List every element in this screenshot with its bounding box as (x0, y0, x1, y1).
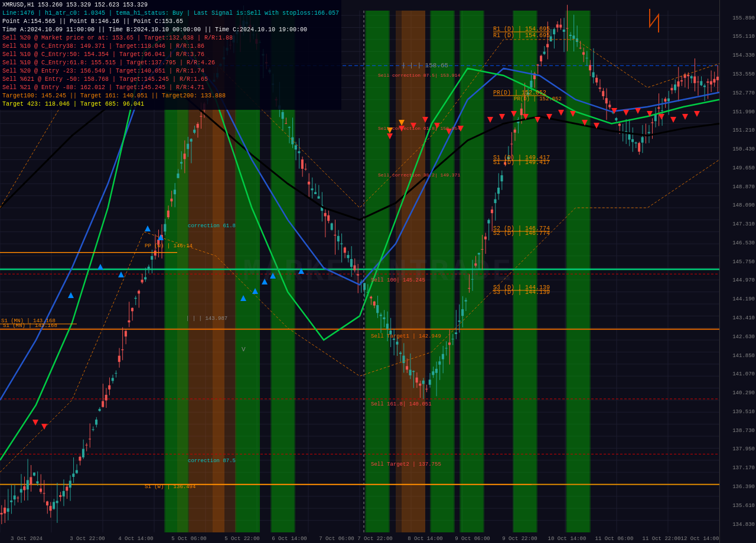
price-label: 140.290 (732, 390, 755, 396)
chart-annotation-label: correction 61.8 (188, 223, 236, 229)
price-label: 151.990 (732, 109, 755, 115)
time-label: 8 Oct 14:00 (408, 536, 442, 542)
price-label: 141.850 (732, 353, 755, 359)
chart-annotation-label: | | | 158.65 (402, 62, 448, 69)
time-label: 11 Oct 22:00 (643, 536, 681, 542)
chart-annotation-label: PR(D) | 152.052 (514, 96, 562, 102)
price-label: 135.610 (732, 503, 755, 509)
price-label: 144.190 (732, 296, 755, 302)
chart-annotation-label: | | | 143.987 (186, 316, 227, 322)
chart-annotation-label: S1 (MN) | 143.168 (3, 323, 57, 329)
price-label: 145.750 (732, 259, 755, 265)
time-label: 5 Oct 06:00 (171, 536, 206, 542)
time-label: 3 Oct 22:00 (70, 536, 105, 542)
chart-annotation-label: R1 (D) | 154.695 (493, 32, 550, 39)
chart-annotation-label: Sell Target1 | 142.949 (371, 333, 441, 339)
time-label: 4 Oct 14:00 (118, 536, 153, 542)
chart-annotation-label: V (242, 346, 246, 353)
price-label: 148.870 (732, 184, 755, 190)
chart-annotation-label: Sell 100| 145.245 (371, 277, 425, 283)
price-label: 141.070 (732, 371, 755, 377)
chart-annotation-label: S2 (D) | 146.774 (493, 230, 550, 237)
chart-annotation-label: S1 (w) | 136.494 (145, 484, 195, 490)
chart-annotation-label: PP (w) | 146.14 (145, 243, 193, 249)
price-label: 138.730 (732, 428, 755, 434)
price-label: 148.090 (732, 202, 755, 208)
info-panel: XMRUSD,H1 153.260 153.329 152.623 153.32… (0, 0, 341, 110)
price-label: 137.950 (732, 446, 755, 452)
time-axis: 3 Oct 20243 Oct 22:004 Oct 14:005 Oct 06… (0, 532, 719, 543)
price-label: 144.970 (732, 277, 755, 283)
time-label: 12 Oct 14:00 (681, 536, 719, 542)
price-label: 142.630 (732, 334, 755, 340)
price-label: 152.770 (732, 90, 755, 96)
time-label: 9 Oct 06:00 (455, 536, 490, 542)
chart-annotation-label: Sell correction 38.2| 149.371 (378, 172, 460, 178)
price-label: 134.830 (732, 522, 755, 528)
time-label: 11 Oct 06:00 (595, 536, 634, 542)
price-label: 149.650 (732, 165, 755, 171)
time-label: 5 Oct 22:00 (224, 536, 259, 542)
price-axis: 134.830135.610136.390137.170137.950138.7… (719, 0, 756, 543)
time-label: 9 Oct 22:00 (502, 536, 537, 542)
price-label: 139.510 (732, 409, 755, 415)
price-label: 137.170 (732, 465, 755, 471)
chart-annotation-label: Sell Target2 | 137.755 (371, 462, 441, 467)
price-label: 154.330 (732, 53, 755, 58)
price-label: 147.310 (732, 221, 755, 227)
price-label: 150.430 (732, 146, 755, 152)
time-label: 7 Oct 22:00 (357, 536, 392, 542)
time-label: 7 Oct 06:00 (319, 536, 354, 542)
chart-annotation-label: correction 87.5 (188, 458, 236, 464)
chart-annotation-label: S1 (D) | 149.417 (493, 159, 550, 166)
chart-annotation-label: Sell 161.8| 140.051 (371, 401, 432, 407)
price-label: 136.390 (732, 484, 755, 490)
watermark: MARKETINTRADE (243, 254, 513, 289)
time-label: 10 Oct 14:00 (548, 536, 586, 542)
price-label: 153.550 (732, 71, 755, 77)
chart-container: MARKETINTRADE 134.830135.610136.390137.1… (0, 0, 756, 543)
chart-annotation-label: S3 (D) | 144.139 (493, 289, 550, 296)
price-label: 155.890 (732, 15, 755, 21)
price-label: 151.210 (732, 127, 755, 133)
price-label: 143.410 (732, 315, 755, 321)
price-label: 155.110 (732, 34, 755, 40)
time-label: 3 Oct 2024 (11, 536, 43, 542)
price-label: 146.530 (732, 240, 755, 246)
chart-annotation-label: Sell correction 61.8| 150.954 (378, 126, 460, 131)
time-label: 6 Oct 14:00 (272, 536, 307, 542)
chart-annotation-label: Sell correction 87.5| 153.914 (378, 73, 460, 78)
